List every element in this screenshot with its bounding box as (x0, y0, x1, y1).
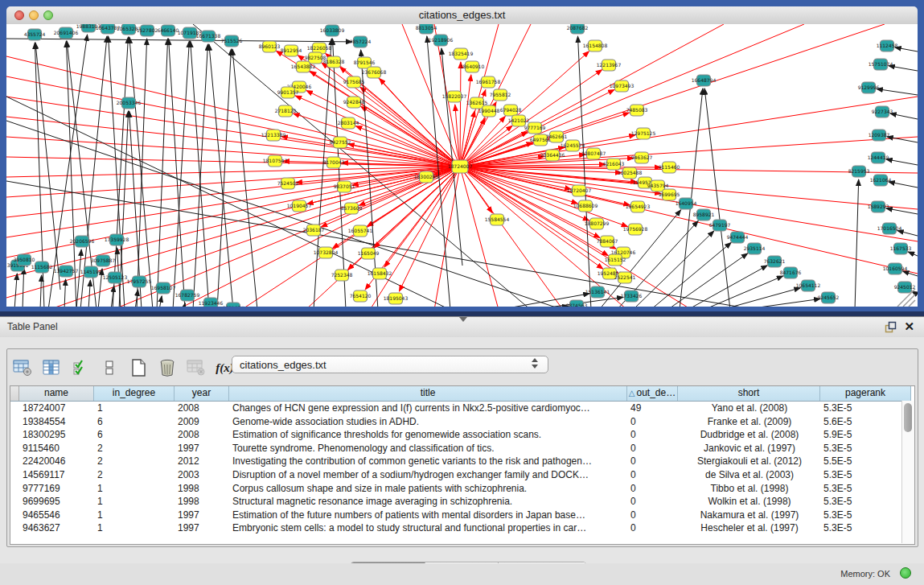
vertical-scrollbar[interactable] (901, 401, 914, 543)
svg-text:2036187: 2036187 (303, 227, 325, 233)
svg-text:8912954: 8912954 (281, 47, 302, 53)
svg-text:7462661: 7462661 (546, 134, 568, 139)
svg-text:20364436: 20364436 (540, 152, 565, 158)
network-canvas[interactable]: 1872400743557242069140619883103106437871… (6, 24, 918, 307)
new-table-icon[interactable] (128, 358, 148, 378)
column-header-year[interactable]: year (175, 386, 229, 401)
svg-text:9115460: 9115460 (659, 164, 680, 170)
svg-text:10732804: 10732804 (314, 249, 339, 255)
row-height-icon[interactable] (99, 358, 119, 378)
svg-text:1990448: 1990448 (478, 108, 500, 113)
svg-text:8958921: 8958921 (693, 212, 715, 217)
svg-text:16958107: 16958107 (151, 285, 176, 290)
svg-text:8573609: 8573609 (341, 205, 363, 211)
table-row[interactable]: 1456911722003Disruption of a novel membe… (10, 468, 914, 482)
svg-text:6466140: 6466140 (158, 27, 179, 33)
svg-text:1112458: 1112458 (877, 43, 898, 48)
svg-text:10973493: 10973493 (610, 83, 634, 89)
float-window-icon[interactable] (885, 321, 897, 333)
svg-text:9245652: 9245652 (818, 295, 840, 300)
table-row[interactable]: 969969511998Structural magnetic resonanc… (10, 495, 914, 509)
svg-text:1640954: 1640954 (676, 200, 697, 206)
app-root: { "window": { "title": "citations_edges.… (0, 0, 924, 585)
svg-text:8186328: 8186328 (323, 59, 345, 64)
svg-text:7884067: 7884067 (597, 238, 618, 244)
svg-text:18640910: 18640910 (460, 64, 485, 69)
svg-text:9129996: 9129996 (858, 84, 880, 90)
svg-text:30975887: 30975887 (91, 257, 116, 263)
svg-text:9435794: 9435794 (647, 183, 669, 188)
svg-text:13942757: 13942757 (54, 268, 79, 274)
svg-text:16961758: 16961758 (476, 79, 501, 84)
svg-text:9474444: 9474444 (727, 234, 749, 240)
svg-text:10025488: 10025488 (618, 170, 643, 175)
svg-text:8960123: 8960123 (259, 43, 281, 49)
svg-text:9463627: 9463627 (631, 154, 653, 160)
svg-text:8215953: 8215953 (848, 168, 870, 174)
column-header-in_degree[interactable]: in_degree (94, 386, 175, 401)
table-panel-box: f(x) citations_edges.txt namein_degreeye… (6, 348, 918, 547)
svg-text:10807487: 10807487 (581, 150, 606, 156)
svg-text:1145194: 1145194 (80, 269, 102, 274)
svg-text:1362615: 1362615 (466, 100, 488, 105)
svg-text:8791546: 8791546 (354, 60, 376, 65)
table-row[interactable]: 977716911998Corpus callosum shape and si… (10, 482, 914, 496)
svg-text:10190457: 10190457 (287, 203, 312, 208)
table-row[interactable]: 2242004622012Investigating the contribut… (10, 455, 914, 468)
row-gutter-header (10, 386, 19, 401)
svg-text:12505123: 12505123 (103, 274, 128, 280)
svg-text:11923446: 11923446 (199, 300, 224, 306)
svg-text:8427552: 8427552 (330, 139, 351, 145)
svg-text:1167533: 1167533 (890, 245, 912, 251)
table-row[interactable]: 946554611997Estimation of the future num… (10, 509, 914, 522)
svg-text:16648794: 16648794 (692, 77, 717, 83)
column-header-out_de[interactable]: △out_de… (627, 386, 678, 401)
window-titlebar[interactable]: citations_edges.txt (6, 6, 918, 25)
svg-text:16033809: 16033809 (320, 27, 345, 33)
svg-text:9901357: 9901357 (277, 89, 299, 95)
table-row[interactable]: 1872400712008Changes of HCN gene express… (10, 402, 914, 415)
svg-text:9621034: 9621034 (223, 305, 244, 307)
table-row[interactable]: 946362711997Embryonic stem cells: a mode… (10, 521, 914, 535)
svg-text:2087682: 2087682 (567, 25, 589, 31)
show-columns-icon[interactable] (41, 358, 61, 378)
column-header-title[interactable]: title (229, 386, 627, 401)
column-header-pagerank[interactable]: pagerank (820, 386, 911, 401)
table-panel-header: Table Panel ✕ (0, 316, 924, 338)
svg-text:2935114: 2935114 (744, 245, 766, 251)
select-rows-icon[interactable] (70, 358, 90, 378)
svg-text:15751074: 15751074 (869, 61, 893, 67)
close-icon[interactable]: ✕ (904, 319, 914, 334)
column-header-short[interactable]: short (678, 386, 820, 401)
dropdown-stepper-icon[interactable] (532, 358, 539, 371)
splitter-handle[interactable] (459, 317, 467, 322)
svg-text:7252348: 7252348 (331, 272, 353, 278)
scrollbar-thumb[interactable] (904, 403, 912, 432)
svg-text:20053346: 20053346 (117, 100, 142, 105)
svg-text:6794028: 6794028 (500, 107, 522, 113)
svg-text:9227343: 9227343 (872, 109, 893, 114)
column-header-name[interactable]: name (19, 386, 94, 401)
table-select-dropdown[interactable]: citations_edges.txt (232, 356, 548, 373)
svg-text:6216043: 6216043 (603, 161, 625, 167)
table-settings-icon[interactable] (12, 358, 32, 378)
table-row[interactable]: 1830029562008Estimation of significance … (10, 428, 914, 442)
svg-text:7654120: 7654120 (350, 293, 372, 299)
table-row[interactable]: 1938455462009Genome-wide association stu… (10, 415, 914, 429)
svg-text:4355724: 4355724 (24, 31, 46, 37)
svg-text:1244419: 1244419 (868, 154, 889, 160)
svg-text:12213967: 12213967 (597, 62, 622, 68)
svg-text:1115682: 1115682 (31, 264, 53, 270)
svg-text:18720407: 18720407 (567, 187, 592, 193)
svg-text:8813054: 8813054 (416, 25, 437, 31)
table-row[interactable]: 911546021997Tourette syndrome. Phenomeno… (10, 442, 914, 455)
svg-text:12975125: 12975125 (631, 130, 656, 136)
svg-text:6479197: 6479197 (709, 222, 731, 228)
svg-text:19654923: 19654923 (626, 204, 651, 209)
svg-text:9242848: 9242848 (343, 99, 365, 105)
svg-text:1615152: 1615152 (605, 257, 626, 262)
svg-text:1589293: 1589293 (868, 204, 889, 209)
svg-text:17957255: 17957255 (127, 278, 152, 284)
node-table: namein_degreeyeartitle△out_de…shortpager… (10, 385, 915, 545)
delete-columns-icon[interactable] (157, 358, 177, 378)
